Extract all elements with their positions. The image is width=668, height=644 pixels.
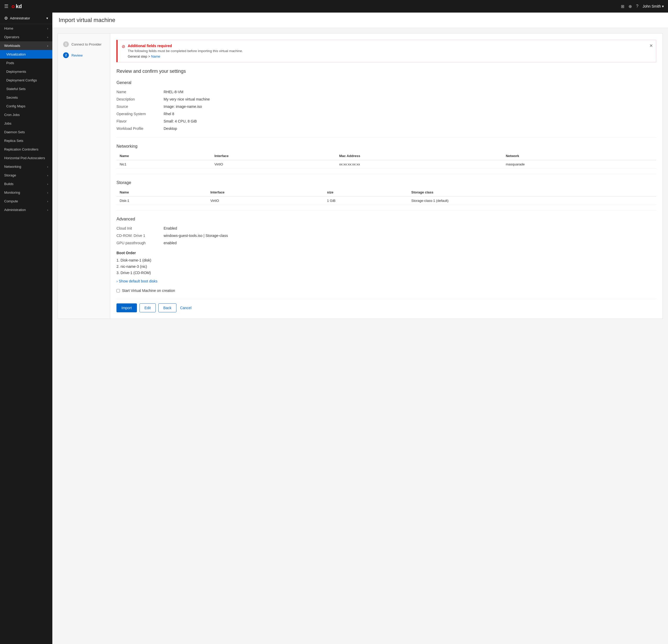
nic-name: Nic1 <box>117 160 211 169</box>
field-cloud-init: Cloud Init Enabled <box>117 225 656 232</box>
sidebar-item-cron-jobs-label: Cron Jobs <box>4 113 20 117</box>
logo-o: o <box>12 3 15 10</box>
alert-description: The following feilds must be completed b… <box>128 49 652 53</box>
alert-breadcrumb: General step > Name <box>128 55 652 58</box>
sidebar-item-deployments[interactable]: Deployments <box>0 67 52 76</box>
networking-col-interface: Interface <box>211 152 336 160</box>
alert-close-button[interactable]: ✕ <box>649 43 653 48</box>
nic-interface: VirtIO <box>211 160 336 169</box>
plus-icon[interactable]: ⊕ <box>628 4 632 9</box>
import-button[interactable]: Import <box>117 303 137 312</box>
sidebar-item-jobs[interactable]: Jobs <box>0 119 52 128</box>
step-number-2: 2 <box>63 53 69 58</box>
field-flavor: Flavor Small: 4 CPU, 8 GiB <box>117 118 656 125</box>
sidebar-item-replication-controllers[interactable]: Replication Controllers <box>0 145 52 154</box>
user-menu[interactable]: John Smith ▾ <box>643 4 664 9</box>
sidebar-item-daemon-sets[interactable]: Daemon Sets <box>0 128 52 136</box>
sidebar-item-operators-label: Operators <box>4 35 19 39</box>
sidebar-item-networking[interactable]: Networking › <box>0 162 52 171</box>
boot-order-list: 1. Disk-name-1 (disk) 2. nic-name-3 (nic… <box>117 257 656 276</box>
page-header: Import virtual machine <box>52 13 668 28</box>
sidebar-item-config-maps-label: Config Maps <box>6 104 25 108</box>
field-cdrom: CD-ROM: Drive 1 windows-guest-tools.iso … <box>117 232 656 239</box>
sidebar-item-secrets[interactable]: Secrets <box>0 93 52 102</box>
sidebar-item-cron-jobs[interactable]: Cron Jobs <box>0 110 52 119</box>
field-cdrom-value: windows-guest-tools.iso | Storage-class <box>164 234 228 238</box>
sidebar-item-pods-label: Pods <box>6 61 14 65</box>
sidebar-item-monitoring[interactable]: Monitoring › <box>0 188 52 197</box>
field-name-label: Name <box>117 90 164 94</box>
sidebar-item-home[interactable]: Home › <box>0 24 52 33</box>
field-cloud-init-value: Enabled <box>164 226 177 230</box>
alert-error-icon: ⊘ <box>122 44 125 58</box>
sidebar-item-storage[interactable]: Storage › <box>0 171 52 180</box>
alert-banner: ⊘ Additional fields required The followi… <box>117 40 656 62</box>
field-flavor-value: Small: 4 CPU, 8 GiB <box>164 119 197 123</box>
storage-col-interface: Interface <box>207 188 324 197</box>
sidebar-admin[interactable]: ⚙ Administrator ▾ <box>0 13 52 24</box>
networking-col-name: Name <box>117 152 211 160</box>
sidebar-item-jobs-label: Jobs <box>4 121 11 125</box>
back-button[interactable]: Back <box>158 303 177 312</box>
field-cdrom-label: CD-ROM: Drive 1 <box>117 234 164 238</box>
sidebar-item-storage-label: Storage <box>4 173 16 177</box>
field-cloud-init-label: Cloud Init <box>117 226 164 230</box>
sidebar-item-workloads[interactable]: Workloads › <box>0 41 52 50</box>
sidebar-item-builds-label: Builds <box>4 182 13 186</box>
sidebar-chevron-networking: › <box>47 165 48 168</box>
step-connect-to-provider[interactable]: 1 Connect to Provider <box>58 39 110 50</box>
sidebar-item-virtualization-label: Virtualization <box>6 53 26 56</box>
sidebar-item-builds[interactable]: Builds › <box>0 180 52 188</box>
field-gpu: GPU passthrough enabled <box>117 239 656 246</box>
help-icon[interactable]: ? <box>636 4 638 9</box>
action-buttons: Import Edit Back Cancel <box>117 299 656 312</box>
sidebar-item-deployments-label: Deployments <box>6 70 26 74</box>
sidebar-chevron-builds: › <box>47 182 48 185</box>
boot-order-item-2: 3. Drive-1 (CD-ROM) <box>117 270 656 276</box>
sidebar-item-replication-controllers-label: Replication Controllers <box>4 147 39 151</box>
step-number-1: 1 <box>63 41 69 47</box>
sidebar-item-stateful-sets-label: Stateful Sets <box>6 87 26 91</box>
sidebar-item-virtualization[interactable]: Virtualization <box>0 50 52 59</box>
step-review-label: Review <box>72 54 83 57</box>
app-body: ⚙ Administrator ▾ Home › Operators › Wor… <box>0 13 668 644</box>
sidebar-item-stateful-sets[interactable]: Stateful Sets <box>0 85 52 93</box>
field-description-value: My very nice virtual machine <box>164 97 210 101</box>
networking-col-mac: Mac Address <box>336 152 503 160</box>
networking-col-network: Network <box>503 152 656 160</box>
sidebar-item-replica-sets-label: Replica Sets <box>4 139 23 143</box>
field-workload-profile: Workload Profile Desktop <box>117 125 656 132</box>
step-review[interactable]: 2 Review <box>58 50 110 61</box>
boot-order-item-0: 1. Disk-name-1 (disk) <box>117 257 656 263</box>
sidebar-item-workloads-label: Workloads <box>4 44 20 48</box>
storage-table-header: Name Interface size Storage class <box>117 188 656 197</box>
networking-section-title: Networking <box>117 144 656 149</box>
logo-kd: kd <box>16 3 22 10</box>
start-vm-checkbox[interactable] <box>117 289 120 293</box>
disk-name: Disk-1 <box>117 197 207 205</box>
sidebar-item-deployment-configs[interactable]: Deployment Configs <box>0 76 52 85</box>
sidebar-item-administration[interactable]: Administration › <box>0 206 52 214</box>
cancel-button[interactable]: Cancel <box>179 303 193 312</box>
expand-icon: › <box>117 279 118 283</box>
alert-content: Additional fields required The following… <box>128 44 652 58</box>
sidebar-item-home-label: Home <box>4 27 13 30</box>
storage-table: Name Interface size Storage class Disk-1… <box>117 188 656 205</box>
sidebar-item-config-maps[interactable]: Config Maps <box>0 102 52 110</box>
sidebar-item-compute[interactable]: Compute › <box>0 197 52 206</box>
grid-icon[interactable]: ⊞ <box>621 4 624 9</box>
disk-size: 1 GiB <box>324 197 408 205</box>
storage-row-0: Disk-1 VirtIO 1 GiB Storage-class-1 (def… <box>117 197 656 205</box>
edit-button[interactable]: Edit <box>139 303 156 312</box>
hamburger-button[interactable]: ☰ <box>4 3 9 9</box>
sidebar-item-replica-sets[interactable]: Replica Sets <box>0 136 52 145</box>
show-default-boot-disks-link[interactable]: › Show default boot disks <box>117 279 157 283</box>
sidebar-item-operators[interactable]: Operators › <box>0 33 52 41</box>
storage-col-class: Storage class <box>408 188 656 197</box>
sidebar-item-horizontal-pod-autoscalers[interactable]: Horizontal Pod Autoscalers <box>0 154 52 162</box>
networking-row-0: Nic1 VirtIO xx:xx:xx:xx:xx masquarade <box>117 160 656 169</box>
sidebar-item-pods[interactable]: Pods <box>0 59 52 67</box>
field-source-value: Image: image-name.iso <box>164 104 202 109</box>
breadcrumb-link[interactable]: Name <box>151 55 160 58</box>
nic-mac: xx:xx:xx:xx:xx <box>336 160 503 169</box>
